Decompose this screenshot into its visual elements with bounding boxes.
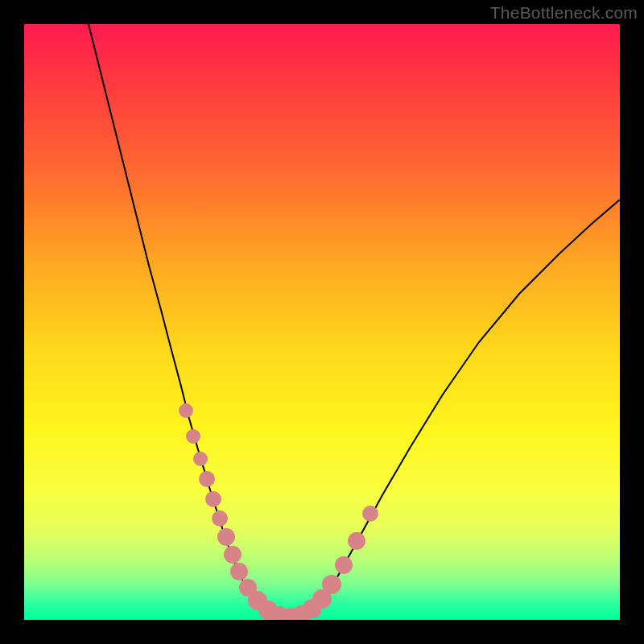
marker-dot [362, 506, 378, 522]
plot-area [24, 24, 620, 620]
marker-dot [224, 546, 242, 564]
marker-dot [335, 556, 353, 574]
marker-dot [348, 532, 365, 550]
marker-dot [193, 452, 208, 466]
chart-frame: TheBottleneck.com [0, 0, 644, 644]
marker-dots [179, 403, 378, 620]
marker-dot [199, 471, 215, 487]
marker-dot [186, 429, 200, 444]
marker-dot [230, 563, 248, 580]
marker-dot [212, 510, 228, 526]
marker-dot [179, 403, 193, 418]
marker-dot [322, 575, 341, 594]
bottleneck-curve [89, 24, 620, 618]
marker-dot [217, 528, 235, 546]
marker-dot [205, 491, 221, 507]
attribution-text: TheBottleneck.com [490, 3, 638, 23]
curve-layer [24, 24, 620, 620]
